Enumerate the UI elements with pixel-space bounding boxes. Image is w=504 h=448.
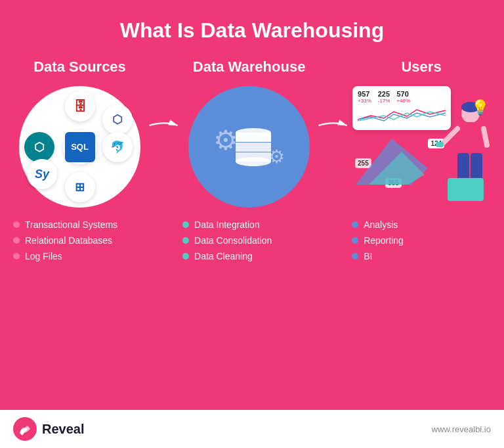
- svg-rect-9: [436, 142, 444, 147]
- logo-area: Reveal: [13, 417, 85, 441]
- chart-num-2: 225 -17%: [378, 90, 390, 104]
- sql-badge: SQL: [65, 132, 95, 162]
- warehouse-bullet-2: Data Consolidation: [182, 235, 316, 246]
- svg-rect-14: [448, 178, 484, 201]
- sy-icon: Sy: [35, 168, 49, 181]
- bullet-dot-9: [352, 253, 358, 259]
- db-band-1: [236, 133, 271, 142]
- users-bullet-list: Analysis Reporting BI: [352, 219, 491, 267]
- db-band-2: [236, 143, 271, 152]
- arrow-1-svg: [146, 119, 182, 132]
- chart-numbers-row: 957 +33% 225 -17% 570 +48%: [358, 90, 446, 104]
- area-chart-svg: [358, 106, 446, 123]
- arrow-2-svg: [316, 119, 352, 132]
- source-icon-aws: ⬡: [102, 104, 133, 135]
- user-figure-svg: [434, 99, 490, 217]
- source-icon-sql: SQL: [63, 130, 97, 164]
- warehouse-bullet-1: Data Integration: [182, 219, 316, 230]
- svg-line-7: [441, 129, 457, 145]
- data-warehouse-column: Data Warehouse ⚙: [182, 58, 316, 267]
- bullet-dot-2: [13, 237, 20, 244]
- chart-num-1: 957 +33%: [358, 90, 371, 104]
- users-column: Users 957 +33% 225 -17%: [352, 58, 491, 267]
- data-sources-title: Data Sources: [33, 58, 126, 76]
- warehouse-bullet-list: Data Integration Data Consolidation Data…: [182, 219, 316, 267]
- users-title: Users: [401, 58, 441, 76]
- page-title: What Is Data Warehousing: [120, 18, 384, 43]
- search-icon: ⬡: [34, 140, 45, 154]
- source-icon-mysql: 🐬: [102, 132, 133, 162]
- mysql-icon: 🐬: [110, 140, 125, 154]
- reveal-logo-icon: [13, 417, 37, 441]
- gear-left-icon: ⚙: [213, 124, 238, 156]
- data-warehouse-title: Data Warehouse: [193, 58, 306, 76]
- source-icon-search: ⬡: [24, 132, 54, 162]
- data-warehouse-circle: ⚙ ⚙: [188, 86, 310, 208]
- bullet-dot-1: [13, 221, 20, 228]
- aws-icon: ⬡: [112, 112, 123, 127]
- users-bullet-2: Reporting: [352, 235, 491, 246]
- db-bottom: [236, 157, 271, 166]
- website-url: www.revealbi.io: [432, 424, 491, 434]
- bullet-dot-8: [352, 237, 358, 244]
- users-visual: 957 +33% 225 -17% 570 +48%: [352, 86, 490, 208]
- svg-line-8: [484, 129, 487, 145]
- content-area: Data Sources 🗄 ⬡ ⬡ SQL: [0, 58, 504, 410]
- source-icon-sy: Sy: [27, 159, 57, 189]
- data-sources-circle: 🗄 ⬡ ⬡ SQL 🐬 S: [19, 86, 140, 208]
- bullet-dot-7: [352, 221, 358, 228]
- logo-text: Reveal: [42, 422, 85, 437]
- sources-bullet-3: Log Files: [13, 251, 146, 261]
- bullet-dot-6: [182, 253, 189, 259]
- bullet-dot-4: [182, 221, 189, 228]
- dw-content: ⚙ ⚙: [188, 86, 310, 208]
- sources-bullet-1: Transactional Systems: [13, 219, 146, 230]
- bullet-dot-3: [13, 253, 20, 259]
- arrow-2: [316, 119, 352, 132]
- warehouse-bullet-3: Data Cleaning: [182, 251, 316, 261]
- db-cylinder: [236, 128, 271, 166]
- svg-rect-6: [457, 122, 484, 155]
- db-red-icon: 🗄: [74, 99, 87, 114]
- main-container: What Is Data Warehousing Data Sources 🗄 …: [0, 0, 504, 448]
- users-bullet-1: Analysis: [352, 219, 491, 230]
- lightbulb-icon: 💡: [471, 99, 489, 116]
- network-icon: ⊞: [75, 180, 85, 194]
- sources-bullet-list: Transactional Systems Relational Databas…: [13, 219, 146, 267]
- arrow-1: [146, 119, 182, 132]
- footer: Reveal www.revealbi.io: [0, 410, 504, 448]
- bullet-dot-5: [182, 237, 189, 244]
- chart-num-3: 570 +48%: [396, 90, 410, 104]
- source-icon-db-red: 🗄: [65, 91, 95, 122]
- area-chart-lower: [356, 135, 434, 188]
- data-sources-column: Data Sources 🗄 ⬡ ⬡ SQL: [13, 58, 146, 267]
- source-icon-network: ⊞: [65, 172, 95, 202]
- users-bullet-3: BI: [352, 251, 491, 261]
- sources-bullet-2: Relational Databases: [13, 235, 146, 246]
